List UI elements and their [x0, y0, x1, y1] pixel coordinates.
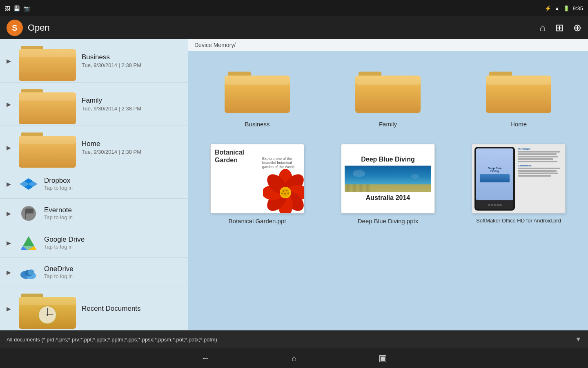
status-bar: 🖼 💾 📷 ⚡ ▲ 🔋 9:35	[0, 0, 588, 16]
sidebar-item-text: Recent Documents	[82, 305, 181, 313]
grid-file-botanical[interactable]: BotanicalGarden Explore one of the beaut…	[196, 140, 318, 229]
time-display: 9:35	[573, 5, 583, 11]
title-bar: S Open ⌂ ⊞ ⊕	[0, 16, 588, 39]
status-right: ⚡ ▲ 🔋 9:35	[545, 5, 583, 11]
svg-rect-13	[27, 215, 32, 216]
sidebar-item-home[interactable]: ▶ Home Tue, 9/30/2014 | 2:38 PM	[0, 126, 188, 169]
google-drive-icon	[19, 233, 38, 253]
svg-point-51	[281, 193, 283, 194]
svg-rect-34	[355, 76, 421, 85]
service-name: Dropbox	[44, 177, 181, 185]
svg-point-49	[286, 190, 287, 191]
sidebar-item-family[interactable]: ▶ Family Tue, 9/30/2014 | 2:38 PM	[0, 83, 188, 126]
sidebar-item-text: Dropbox Tap to log in	[44, 177, 181, 191]
app-title: Open	[28, 22, 50, 33]
status-left: 🖼 💾 📷	[5, 5, 30, 11]
sidebar-item-evernote[interactable]: ▶ Evernote Tap to log in	[0, 199, 188, 228]
file-label: Botanical Garden.ppt	[229, 218, 286, 224]
file-thumbnail: BotanicalGarden Explore one of the beaut…	[210, 144, 304, 213]
home-nav-button[interactable]: ⌂	[292, 354, 296, 363]
filter-bar: All documents (*.prd;*.prs;*.prv;*.ppt;*…	[0, 330, 588, 348]
grid-file-deepblue[interactable]: Deep Blue Diving Australia 2014	[327, 140, 449, 229]
evernote-icon	[19, 204, 38, 223]
folder-label: Home	[510, 121, 527, 128]
filter-arrow[interactable]: ▼	[575, 336, 581, 343]
svg-rect-24	[19, 297, 76, 305]
folder-label: Business	[245, 121, 270, 128]
folder-date: Tue, 9/30/2014 | 2:38 PM	[82, 62, 181, 68]
expand-arrow: ▶	[7, 240, 11, 246]
content-grid: Business Family	[188, 51, 588, 330]
softmaker-preview: Deep BlueDiving	[472, 144, 565, 213]
sidebar-item-text: OneDrive Tap to log in	[44, 265, 181, 279]
file-label: SoftMaker Office HD for Android.prd	[476, 218, 561, 224]
sidebar-item-recent[interactable]: ▶ Recent Documents	[0, 287, 188, 330]
service-tap: Tap to log in	[44, 214, 181, 220]
expand-arrow: ▶	[7, 181, 11, 187]
battery-icon: 🔋	[563, 5, 570, 11]
bluetooth-icon: ⚡	[545, 5, 551, 11]
photo-icon: 📷	[23, 5, 30, 11]
folder-name: Family	[82, 96, 181, 105]
content-area: Device Memory/ Business	[188, 39, 588, 330]
sidebar: ▶ Business Tue, 9/30/2014 | 2:38 PM ▶	[0, 39, 188, 330]
home-button[interactable]: ⌂	[540, 22, 546, 34]
recent-name: Recent Documents	[82, 305, 181, 313]
expand-arrow: ▶	[7, 101, 11, 108]
service-name: OneDrive	[44, 265, 181, 273]
expand-arrow: ▶	[7, 210, 11, 217]
botanical-desc: Explore one of the beautiful botanical g…	[262, 157, 299, 169]
service-name: Evernote	[44, 206, 181, 214]
nav-bar: ← ⌂ ▣	[0, 348, 588, 368]
service-tap: Tap to log in	[44, 244, 181, 250]
onedrive-icon	[19, 263, 38, 282]
folder-name: Business	[82, 53, 181, 61]
grid-folder-family[interactable]: Family	[327, 59, 449, 132]
svg-point-48	[283, 190, 284, 192]
expand-arrow: ▶	[7, 144, 11, 151]
svg-rect-2	[19, 49, 76, 57]
sidebar-item-business[interactable]: ▶ Business Tue, 9/30/2014 | 2:38 PM	[0, 39, 188, 83]
sidebar-item-text: Google Drive Tap to log in	[44, 236, 181, 250]
deepblue-preview: Deep Blue Diving Australia 2014	[341, 144, 434, 213]
file-thumbnail: Deep BlueDiving	[472, 144, 566, 213]
sidebar-item-text: Evernote Tap to log in	[44, 206, 181, 220]
wifi-icon: ▲	[555, 5, 560, 11]
sidebar-item-gdrive[interactable]: ▶ Google Drive Tap to log in	[0, 228, 188, 258]
folder-icon	[19, 39, 76, 84]
grid-button[interactable]: ⊞	[555, 22, 564, 34]
grid-folder-business[interactable]: Business	[196, 59, 318, 132]
expand-arrow: ▶	[7, 269, 11, 276]
breadcrumb: Device Memory/	[188, 39, 588, 51]
svg-rect-5	[19, 92, 76, 101]
service-tap: Tap to log in	[44, 185, 181, 191]
service-tap: Tap to log in	[44, 273, 181, 279]
svg-rect-37	[486, 76, 551, 85]
svg-point-52	[287, 193, 289, 194]
deepblue-subtitle: Australia 2014	[366, 194, 410, 202]
main-layout: ▶ Business Tue, 9/30/2014 | 2:38 PM ▶	[0, 39, 588, 330]
sidebar-item-dropbox[interactable]: ▶ Dropbox Tap to log in	[0, 169, 188, 199]
svg-point-28	[47, 314, 48, 316]
svg-rect-8	[19, 136, 76, 144]
recents-button[interactable]: ▣	[379, 353, 387, 364]
back-button[interactable]: ←	[201, 353, 210, 364]
recent-folder-icon	[19, 285, 76, 331]
sidebar-item-text: Business Tue, 9/30/2014 | 2:38 PM	[82, 53, 181, 68]
filter-text: All documents (*.prd;*.prs;*.prv;*.ppt;*…	[7, 337, 217, 343]
grid-folder-home[interactable]: Home	[457, 59, 580, 132]
folder-name: Home	[82, 140, 181, 148]
sidebar-item-onedrive[interactable]: ▶ OneDrive Tap to log in	[0, 258, 188, 287]
folder-icon	[19, 81, 76, 128]
app-icon: S	[7, 20, 23, 36]
grid-file-softmaker[interactable]: Deep BlueDiving	[457, 140, 580, 229]
file-thumbnail: Deep Blue Diving Australia 2014	[341, 144, 435, 213]
svg-point-50	[284, 193, 286, 195]
folder-date: Tue, 9/30/2014 | 2:38 PM	[82, 149, 181, 155]
folder-icon	[19, 124, 76, 171]
dropbox-icon	[19, 174, 38, 194]
sidebar-item-text: Home Tue, 9/30/2014 | 2:38 PM	[82, 140, 181, 155]
folder-date: Tue, 9/30/2014 | 2:38 PM	[82, 105, 181, 112]
new-button[interactable]: ⊕	[573, 22, 581, 34]
title-left: S Open	[7, 20, 50, 36]
